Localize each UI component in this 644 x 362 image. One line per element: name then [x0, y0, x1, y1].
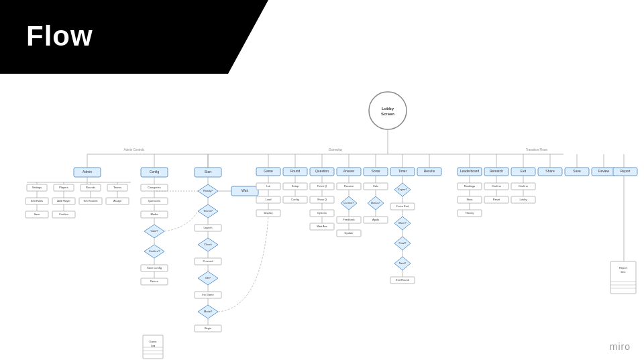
- svg-text:Share: Share: [545, 169, 555, 173]
- svg-text:Launch: Launch: [203, 226, 212, 229]
- svg-text:Report: Report: [619, 266, 628, 269]
- svg-text:Receive: Receive: [344, 184, 354, 188]
- svg-text:Rankings: Rankings: [464, 184, 476, 188]
- svg-text:Apply: Apply: [372, 218, 379, 221]
- svg-text:Wait: Wait: [241, 188, 248, 192]
- svg-text:Expire?: Expire?: [398, 188, 407, 191]
- svg-text:Valid?: Valid?: [151, 229, 159, 233]
- svg-text:Log: Log: [151, 344, 156, 347]
- svg-text:Set Rounds: Set Rounds: [84, 199, 98, 202]
- lobby-screen-node: [369, 92, 407, 129]
- svg-text:Game: Game: [150, 340, 158, 343]
- svg-text:Add Player: Add Player: [57, 199, 70, 202]
- svg-text:Final?: Final?: [399, 241, 407, 245]
- svg-text:Edit Rules: Edit Rules: [31, 199, 43, 202]
- svg-text:Rounds: Rounds: [86, 186, 95, 189]
- svg-text:Results: Results: [424, 169, 435, 173]
- svg-text:Report: Report: [620, 169, 631, 173]
- svg-text:Rematch: Rematch: [490, 169, 503, 173]
- svg-text:Save: Save: [34, 213, 40, 216]
- svg-text:Round: Round: [290, 169, 301, 173]
- svg-text:Fetch Q: Fetch Q: [317, 184, 327, 188]
- svg-text:Load: Load: [266, 198, 272, 201]
- svg-text:Return: Return: [150, 280, 158, 283]
- svg-text:Ready?: Ready?: [203, 189, 213, 192]
- svg-text:Save: Save: [573, 169, 581, 173]
- svg-text:Correct?: Correct?: [343, 201, 354, 204]
- svg-text:Lobby: Lobby: [382, 107, 394, 111]
- svg-text:Admin: Admin: [83, 170, 92, 174]
- svg-text:Reset: Reset: [493, 198, 500, 201]
- svg-text:Feedback: Feedback: [343, 218, 355, 221]
- svg-text:Questions: Questions: [148, 199, 160, 202]
- svg-text:Answer: Answer: [343, 169, 355, 173]
- svg-text:Lobby: Lobby: [520, 198, 527, 201]
- svg-text:Assign: Assign: [113, 199, 121, 202]
- svg-text:Wait Ans: Wait Ans: [317, 225, 327, 228]
- svg-text:Admin Controls: Admin Controls: [124, 148, 146, 152]
- svg-text:Game: Game: [264, 169, 273, 173]
- svg-text:Doc: Doc: [621, 270, 625, 274]
- svg-text:More?: More?: [398, 221, 407, 225]
- svg-text:Next?: Next?: [399, 261, 407, 265]
- svg-text:Init Game: Init Game: [202, 293, 214, 296]
- svg-text:Calc: Calc: [373, 184, 378, 188]
- svg-text:Config: Config: [150, 170, 160, 174]
- svg-text:Display: Display: [264, 211, 272, 215]
- svg-text:Check: Check: [204, 243, 211, 246]
- flow-diagram: Lobby Screen Admin Controls Gameplay Tra…: [0, 74, 644, 362]
- svg-text:Stats: Stats: [466, 198, 472, 201]
- svg-text:Config: Config: [291, 198, 299, 201]
- canvas-area: Lobby Screen Admin Controls Gameplay Tra…: [0, 74, 644, 362]
- svg-text:Question: Question: [315, 169, 329, 173]
- svg-text:Force End: Force End: [396, 204, 409, 208]
- svg-text:Start: Start: [205, 170, 212, 174]
- svg-text:Screen: Screen: [381, 112, 394, 116]
- svg-text:Exit: Exit: [521, 169, 527, 173]
- svg-text:Transition Flows: Transition Flows: [526, 148, 548, 152]
- svg-text:Update: Update: [345, 231, 354, 235]
- svg-text:Categories: Categories: [148, 186, 160, 189]
- svg-text:Score: Score: [371, 169, 380, 173]
- svg-text:History: History: [466, 211, 474, 215]
- svg-text:Options: Options: [317, 211, 327, 215]
- svg-text:Players: Players: [59, 186, 68, 189]
- svg-text:Confirm: Confirm: [519, 184, 529, 188]
- svg-text:Init: Init: [266, 184, 270, 188]
- svg-text:End Round: End Round: [396, 278, 409, 282]
- page-title: Flow: [26, 20, 93, 52]
- svg-text:Teams: Teams: [113, 186, 121, 189]
- miro-watermark: miro: [610, 341, 631, 352]
- svg-text:Timer: Timer: [398, 169, 407, 173]
- svg-text:Gameplay: Gameplay: [329, 148, 343, 152]
- svg-text:Teams?: Teams?: [203, 209, 213, 213]
- svg-text:Setup: Setup: [292, 184, 299, 188]
- svg-text:Confirm: Confirm: [59, 213, 69, 216]
- svg-text:Begin: Begin: [205, 326, 211, 330]
- svg-text:Leaderboard: Leaderboard: [460, 169, 480, 173]
- svg-text:Confirm: Confirm: [492, 184, 502, 188]
- svg-text:Media: Media: [151, 213, 159, 216]
- svg-text:Show Q: Show Q: [317, 198, 327, 201]
- svg-text:Save Config: Save Config: [147, 266, 162, 269]
- svg-text:OK?: OK?: [205, 276, 211, 280]
- svg-text:Confirm?: Confirm?: [149, 249, 160, 253]
- svg-text:Review: Review: [598, 169, 610, 173]
- svg-text:Mode?: Mode?: [204, 310, 213, 313]
- svg-text:Proceed: Proceed: [203, 259, 213, 263]
- svg-text:Bonus?: Bonus?: [371, 201, 380, 204]
- svg-text:Settings: Settings: [32, 186, 42, 189]
